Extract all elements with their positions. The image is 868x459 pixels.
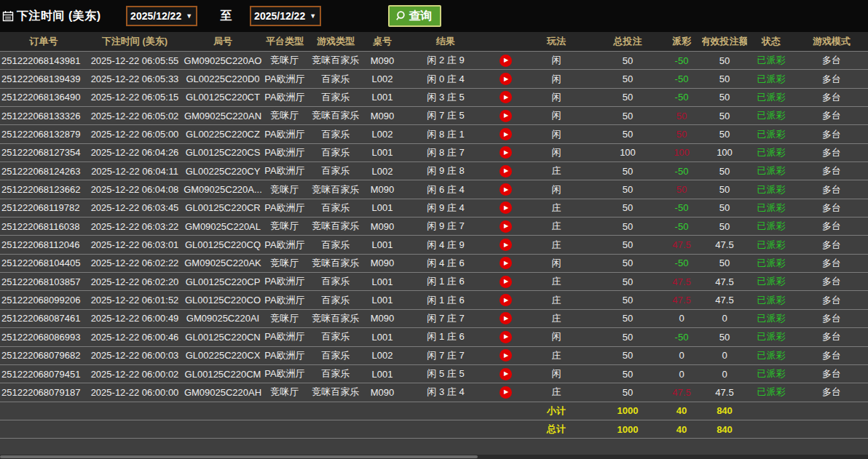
payout-amount: -50 — [661, 89, 702, 106]
video-replay-icon[interactable]: ▶ — [500, 128, 512, 140]
round-number: GM09025C220A... — [182, 180, 264, 198]
status-label: 已派彩 — [747, 162, 795, 180]
video-replay-icon[interactable]: ▶ — [500, 91, 512, 103]
table-row: 2512220681328792025-12-22 06:05:00GL0022… — [0, 124, 868, 143]
empty-cell — [182, 420, 264, 438]
game-mode: 多台 — [795, 217, 868, 235]
game-type: 百家乐 — [306, 89, 366, 106]
bet-play-type: 闲 — [518, 70, 594, 87]
replay-cell: ▶ — [492, 255, 518, 272]
empty-cell — [399, 402, 492, 420]
game-result: 闲 1 庄 6 — [399, 328, 492, 346]
video-replay-icon[interactable]: ▶ — [500, 239, 512, 251]
video-replay-icon[interactable]: ▶ — [500, 276, 512, 288]
subtotal-row-total-bet: 1000 — [594, 402, 661, 420]
total-bet: 50 — [594, 273, 661, 290]
game-mode: 多台 — [795, 107, 868, 124]
table-row: 2512220680992062025-12-22 06:01:52GL0012… — [0, 290, 868, 308]
date-from-picker[interactable]: 2025/12/22 ▼ — [126, 6, 197, 26]
video-replay-icon[interactable]: ▶ — [500, 201, 512, 214]
total-bet: 50 — [594, 328, 661, 346]
date-to-value: 2025/12/22 — [254, 10, 305, 22]
video-replay-icon[interactable]: ▶ — [500, 55, 512, 67]
subtotal-row-valid-bet: 840 — [702, 402, 747, 420]
game-result: 闲 2 庄 9 — [399, 52, 492, 69]
table-row: 2512220680874612025-12-22 06:00:49GM0902… — [0, 309, 868, 327]
status-label: 已派彩 — [747, 291, 795, 308]
video-replay-icon[interactable]: ▶ — [500, 183, 512, 196]
total-bet: 50 — [594, 365, 661, 383]
status-label: 已派彩 — [747, 199, 795, 217]
video-replay-icon[interactable]: ▶ — [500, 257, 512, 269]
subtotal-row-payout: 40 — [661, 402, 702, 420]
valid-bet-amount: 50 — [702, 107, 747, 124]
grand-total-row-label: 总计 — [518, 420, 594, 438]
query-button[interactable]: 查询 — [388, 5, 441, 27]
grand-total-row: 总计100040840 — [0, 420, 868, 438]
game-mode: 多台 — [795, 125, 868, 143]
order-number: 251222068139439 — [0, 70, 87, 87]
empty-cell — [0, 420, 87, 438]
replay-cell: ▶ — [492, 162, 518, 180]
payout-amount: -50 — [661, 162, 702, 180]
bet-time: 2025-12-22 06:05:33 — [87, 70, 182, 87]
total-bet: 50 — [594, 180, 661, 198]
table-number: M090 — [366, 180, 399, 198]
valid-bet-amount: 0 — [702, 365, 747, 383]
round-number: GL00125C220CO — [182, 291, 264, 308]
video-replay-icon[interactable]: ▶ — [500, 165, 512, 177]
video-replay-icon[interactable]: ▶ — [500, 146, 512, 159]
video-replay-icon[interactable]: ▶ — [500, 294, 512, 306]
payout-amount: -50 — [661, 255, 702, 272]
game-result: 闲 0 庄 4 — [399, 70, 492, 87]
video-replay-icon[interactable]: ▶ — [500, 331, 512, 343]
grand-total-row-total-bet: 1000 — [594, 420, 661, 438]
order-number: 251222068112046 — [0, 236, 87, 253]
scrollbar-thumb[interactable] — [0, 455, 478, 458]
bet-play-type: 庄 — [518, 217, 594, 235]
horizontal-scrollbar[interactable] — [0, 455, 868, 459]
video-replay-icon[interactable]: ▶ — [500, 110, 512, 122]
total-bet: 50 — [594, 52, 661, 69]
total-bet: 50 — [594, 255, 661, 272]
valid-bet-amount: 47.5 — [702, 291, 747, 308]
col-header-bet-play: 玩法 — [518, 32, 594, 51]
game-result: 闲 7 庄 7 — [399, 310, 492, 327]
video-replay-icon[interactable]: ▶ — [500, 220, 512, 233]
col-header-replay — [492, 32, 518, 51]
bet-time: 2025-12-22 06:04:26 — [87, 144, 182, 161]
col-header-game-type: 游戏类型 — [306, 32, 366, 51]
valid-bet-amount: 50 — [702, 180, 747, 198]
payout-amount: 0 — [661, 365, 702, 383]
platform-type: PA欧洲厅 — [264, 347, 306, 364]
platform-type: 竞咪厅 — [264, 107, 306, 124]
video-replay-icon[interactable]: ▶ — [500, 368, 512, 380]
bet-time: 2025-12-22 06:05:02 — [87, 107, 182, 124]
total-bet: 50 — [594, 310, 661, 327]
empty-cell — [264, 420, 306, 438]
video-replay-icon[interactable]: ▶ — [500, 349, 512, 362]
col-header-valid-bet: 有效投注额 — [702, 32, 747, 51]
filter-label: 下注时间 (美东) — [17, 9, 101, 24]
total-bet: 50 — [594, 125, 661, 143]
empty-cell — [795, 420, 868, 438]
order-number: 251222068103857 — [0, 273, 87, 290]
video-replay-icon[interactable]: ▶ — [500, 386, 512, 399]
order-number: 251222068127354 — [0, 144, 87, 161]
total-bet: 50 — [594, 107, 661, 124]
game-mode: 多台 — [795, 291, 868, 308]
date-to-picker[interactable]: 2025/12/22 ▼ — [250, 6, 321, 26]
game-result: 闲 7 庄 7 — [399, 347, 492, 364]
video-replay-icon[interactable]: ▶ — [500, 73, 512, 85]
empty-cell — [492, 420, 518, 438]
game-type: 百家乐 — [306, 199, 366, 217]
video-replay-icon[interactable]: ▶ — [500, 312, 512, 324]
game-type: 百家乐 — [306, 236, 366, 253]
status-label: 已派彩 — [747, 125, 795, 143]
game-type: 百家乐 — [306, 365, 366, 383]
bet-time: 2025-12-22 06:02:20 — [87, 273, 182, 290]
game-mode: 多台 — [795, 199, 868, 217]
platform-type: 竞咪厅 — [264, 52, 306, 69]
bet-play-type: 闲 — [518, 144, 594, 161]
payout-amount: 50 — [661, 180, 702, 198]
